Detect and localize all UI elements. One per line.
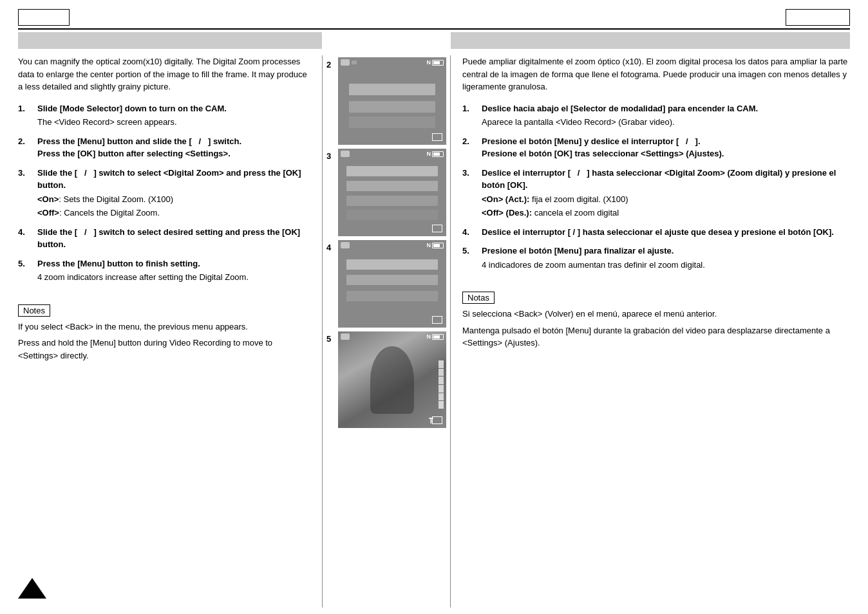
step-content-4: Slide the [ / ] switch to select desired… <box>37 226 312 251</box>
right-notes-text-1: Si selecciona <Back> (Volver) en el menú… <box>462 308 850 321</box>
left-notes-label: Notes <box>18 304 50 317</box>
right-step-sub-3a: <On> (Act.): fija el zoom digital. (X100… <box>482 193 850 206</box>
image-frame-3: 3 N <box>323 147 450 238</box>
small-rect-5 <box>432 416 442 424</box>
seq-label-4: 4 <box>326 243 335 252</box>
step-num-2: 2. <box>18 135 37 160</box>
step-sub-1: The <Video Record> screen appears. <box>37 116 312 129</box>
left-header-bar <box>18 32 322 49</box>
right-step-1: 1. Deslice hacia abajo el [Selector de m… <box>462 102 850 129</box>
cam-icon-5 <box>341 333 350 340</box>
cam-icon-4 <box>341 242 350 248</box>
right-step-title-3: Deslice el interruptor [ / ] hasta selec… <box>482 168 836 191</box>
small-rect-4 <box>432 316 442 324</box>
left-step-1: 1. Slide [Mode Selector] down to turn on… <box>18 102 312 129</box>
right-step-content-1: Deslice hacia abajo el [Selector de moda… <box>482 102 850 129</box>
right-step-content-4: Deslice el interruptor [ / ] hasta selec… <box>482 226 850 239</box>
right-step-5: 5. Presione el botón [Menu] para finaliz… <box>462 245 850 271</box>
triangle-icon <box>18 578 46 599</box>
left-notes-section: Notes If you select <Back> in the menu, … <box>18 304 312 362</box>
hud-n-4: N <box>427 242 431 248</box>
right-step-num-4: 4. <box>462 226 482 239</box>
right-notes-section: Notas Si selecciona <Back> (Volver) en e… <box>462 292 850 349</box>
page-container: You can magnify the optical zoom(x10) di… <box>0 0 868 614</box>
sub-menu-2 <box>346 275 437 285</box>
top-divider <box>18 28 850 30</box>
left-step-2: 2. Press the [Menu] button and slide the… <box>18 135 312 160</box>
hud-tr-4: N <box>427 242 444 248</box>
step-content-1: Slide [Mode Selector] down to turn on th… <box>37 102 312 129</box>
menu-bar-2 <box>349 101 435 113</box>
right-step-title-2: Presione el botón [Menu] y deslice el in… <box>482 136 724 159</box>
right-step-3: 3. Deslice el interruptor [ / ] hasta se… <box>462 167 850 219</box>
sub-menu-3 <box>346 291 437 301</box>
menu-item-4 <box>346 210 437 220</box>
right-step-sub-1: Aparece la pantalla <Video Record> (Grab… <box>482 116 850 129</box>
menu-item-3 <box>346 196 437 206</box>
right-step-2: 2. Presione el botón [Menu] y deslice el… <box>462 135 850 160</box>
small-rect-2 <box>432 133 442 141</box>
hud-tr-3: N <box>427 151 444 157</box>
hud-n-5: N <box>427 333 431 340</box>
right-step-title-4: Deslice el interruptor [ / ] hasta selec… <box>482 227 834 237</box>
image-frame-4: 4 N <box>323 238 450 330</box>
t-mark: T <box>429 416 433 425</box>
right-notes-text-2: Mantenga pulsado el botón [Menu] durante… <box>462 324 850 349</box>
step-sub-3a: <On>: Sets the Digital Zoom. (X100) <box>37 193 312 206</box>
right-page-number <box>786 9 850 26</box>
step-content-3: Slide the [ / ] switch to select <Digita… <box>37 167 312 219</box>
menu-bar-3 <box>349 116 435 128</box>
hud-tl-5 <box>341 333 350 340</box>
step-title-2: Press the [Menu] button and slide the [ … <box>37 136 241 159</box>
right-step-num-3: 3. <box>462 167 482 219</box>
hud-tr-2: N <box>427 59 444 66</box>
menu-bar-1 <box>349 84 435 95</box>
right-notes-label: Notas <box>462 292 495 304</box>
battery-5 <box>432 334 444 340</box>
right-text-column: Puede ampliar digitalmente el zoom óptic… <box>451 55 850 608</box>
right-step-4: 4. Deslice el interruptor [ / ] hasta se… <box>462 226 850 239</box>
menu-item-2 <box>346 181 437 191</box>
right-step-title-5: Presione el botón [Menu] para finalizar … <box>482 246 674 256</box>
menu-item-1 <box>346 166 437 176</box>
header-spacer <box>322 32 451 49</box>
right-step-content-2: Presione el botón [Menu] y deslice el in… <box>482 135 850 160</box>
cam-image-3: N <box>338 149 446 236</box>
step-title-5: Press the [Menu] button to finish settin… <box>37 259 200 268</box>
hud-tl-4 <box>341 242 350 248</box>
right-step-content-3: Deslice el interruptor [ / ] hasta selec… <box>482 167 850 219</box>
seq-label-5: 5 <box>326 334 335 344</box>
step-num-4: 4. <box>18 226 37 251</box>
step-num-5: 5. <box>18 257 37 284</box>
barcode-right-5 <box>439 360 444 409</box>
right-step-num-1: 1. <box>462 102 482 129</box>
image-frame-2: 2 N <box>323 55 450 147</box>
hud-tl-3 <box>341 151 350 157</box>
hud-tr-5: N <box>427 333 444 340</box>
cam-icon-3 <box>341 151 350 157</box>
step-title-4: Slide the [ / ] switch to select desired… <box>37 227 300 250</box>
hud-n-3: N <box>427 151 431 157</box>
cam-image-2: N <box>338 57 446 145</box>
left-step-5: 5. Press the [Menu] button to finish set… <box>18 257 312 284</box>
left-steps-list: 1. Slide [Mode Selector] down to turn on… <box>18 102 312 290</box>
battery-2 <box>432 60 444 66</box>
left-text-column: You can magnify the optical zoom(x10) di… <box>18 55 322 608</box>
bottom-arrow <box>18 578 312 608</box>
seq-label-3: 3 <box>326 151 335 161</box>
content-row: You can magnify the optical zoom(x10) di… <box>18 55 850 608</box>
images-column: 2 N <box>322 55 451 608</box>
left-step-4: 4. Slide the [ / ] switch to select desi… <box>18 226 312 251</box>
left-step-3: 3. Slide the [ / ] switch to select <Dig… <box>18 167 312 219</box>
left-intro: You can magnify the optical zoom(x10) di… <box>18 55 312 93</box>
step-num-1: 1. <box>18 102 37 129</box>
battery-3 <box>432 151 444 157</box>
right-intro: Puede ampliar digitalmente el zoom óptic… <box>462 55 850 93</box>
right-step-num-2: 2. <box>462 135 482 160</box>
cam-icon-2 <box>341 59 350 66</box>
hud-n-2: N <box>427 59 431 66</box>
right-step-num-5: 5. <box>462 245 482 271</box>
subject-silhouette <box>370 346 413 414</box>
image-frame-5: 5 N <box>323 330 450 430</box>
step-num-3: 3. <box>18 167 37 219</box>
